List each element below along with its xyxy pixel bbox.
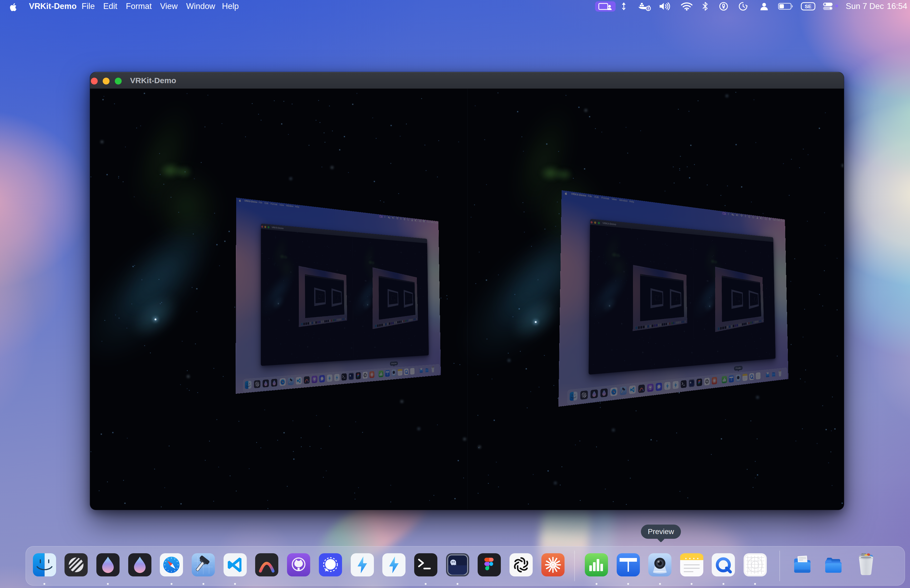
svg-text:SE: SE (805, 4, 811, 9)
